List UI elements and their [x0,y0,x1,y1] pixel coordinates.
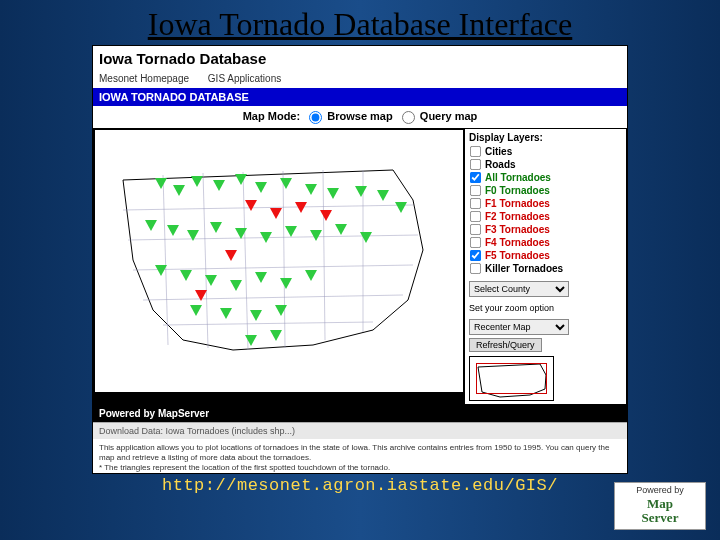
footer-url: http://mesonet.agron.iastate.edu/GIS/ [0,476,720,495]
tornado-marker-icon [260,232,272,243]
svg-line-8 [283,171,285,348]
svg-line-7 [243,172,248,350]
tornado-marker-icon [213,180,225,191]
app-frame: Iowa Tornado Database Mesonet Homepage G… [92,45,628,474]
tornado-marker-icon [180,270,192,281]
layer-cities-check[interactable] [470,146,481,157]
layer-killer-label: Killer Tornadoes [485,262,563,275]
tornado-marker-f5-icon [195,290,207,301]
main-row: Display Layers: Cities Roads All Tornado… [93,128,627,405]
tornado-marker-icon [377,190,389,201]
tornado-marker-icon [220,308,232,319]
tornado-marker-icon [270,330,282,341]
app-title: Iowa Tornado Database [93,46,627,71]
layer-f0-check[interactable] [470,185,481,196]
mslogo-top: Powered by [615,485,705,495]
slide-title: Iowa Tornado Database Interface [0,0,720,45]
svg-line-2 [133,265,413,270]
refresh-button[interactable]: Refresh/Query [469,338,542,352]
tornado-marker-icon [173,185,185,196]
overview-map[interactable] [469,356,554,401]
mode-browse-label: Browse map [327,110,392,122]
layer-all-label: All Tornadoes [485,171,551,184]
map-mode-row: Map Mode: Browse map Query map [93,106,627,128]
powered-label: Powered by MapServer [99,408,209,419]
layer-f5-check[interactable] [470,250,481,261]
zoom-label: Set your zoom option [469,303,622,313]
map-canvas[interactable] [94,129,464,393]
mode-query-radio[interactable] [402,111,415,124]
tornado-marker-icon [205,275,217,286]
svg-line-4 [163,322,373,325]
layer-f4-check[interactable] [470,237,481,248]
mslogo-l2: Server [615,510,705,526]
layer-f5-label: F5 Tornadoes [485,249,550,262]
tornado-marker-icon [335,224,347,235]
zoom-select[interactable]: Recenter Map [469,319,569,335]
county-select[interactable]: Select County [469,281,569,297]
tornado-marker-icon [275,305,287,316]
tornado-marker-icon [255,182,267,193]
svg-line-3 [143,295,403,300]
tornado-marker-icon [245,335,257,346]
tornado-marker-icon [285,226,297,237]
tornado-marker-icon [280,278,292,289]
layer-f4-label: F4 Tornadoes [485,236,550,249]
download-row[interactable]: Download Data: Iowa Tornadoes (includes … [93,422,627,439]
svg-line-0 [123,205,413,210]
layer-f1-label: F1 Tornadoes [485,197,550,210]
tornado-marker-icon [187,230,199,241]
tornado-marker-f5-icon [245,200,257,211]
mapserver-logo: Powered by Map Server [614,482,706,530]
tornado-marker-icon [305,184,317,195]
tornado-marker-icon [155,178,167,189]
nav-home[interactable]: Mesonet Homepage [99,73,189,84]
layers-panel: Display Layers: Cities Roads All Tornado… [464,129,626,404]
tornado-marker-icon [395,202,407,213]
nav-links: Mesonet Homepage GIS Applications [93,71,627,88]
tornado-marker-icon [230,280,242,291]
svg-line-5 [163,175,168,345]
tornado-marker-icon [255,272,267,283]
tornado-marker-f5-icon [225,250,237,261]
mslogo-l1: Map [615,497,705,510]
tornado-marker-icon [305,270,317,281]
tornado-marker-icon [191,176,203,187]
layer-f1-check[interactable] [470,198,481,209]
description: This application allows you to plot loca… [93,439,627,473]
nav-gis[interactable]: GIS Applications [208,73,281,84]
tornado-marker-icon [280,178,292,189]
svg-line-9 [323,170,325,340]
layer-f3-check[interactable] [470,224,481,235]
tornado-marker-icon [310,230,322,241]
layer-killer-check[interactable] [470,263,481,274]
layer-f0-label: F0 Tornadoes [485,184,550,197]
tornado-marker-icon [360,232,372,243]
tornado-marker-icon [235,228,247,239]
layer-cities-label: Cities [485,145,512,158]
svg-line-6 [203,173,208,348]
layer-f2-check[interactable] [470,211,481,222]
tornado-marker-icon [235,174,247,185]
tornado-marker-f5-icon [270,208,282,219]
tornado-marker-icon [190,305,202,316]
powered-row: Powered by MapServer [93,405,627,422]
layer-roads-check[interactable] [470,159,481,170]
tornado-marker-icon [155,265,167,276]
tornado-marker-icon [167,225,179,236]
mode-browse-radio[interactable] [309,111,322,124]
section-header: IOWA TORNADO DATABASE [93,88,627,106]
tornado-marker-f5-icon [295,202,307,213]
map-mode-label: Map Mode: [243,110,300,122]
layers-header: Display Layers: [469,132,622,143]
tornado-marker-icon [355,186,367,197]
tornado-marker-icon [145,220,157,231]
tornado-marker-icon [327,188,339,199]
layer-f3-label: F3 Tornadoes [485,223,550,236]
overview-extent-icon [476,363,547,394]
tornado-marker-f5-icon [320,210,332,221]
desc-line1: This application allows you to plot loca… [99,443,621,463]
layer-f2-label: F2 Tornadoes [485,210,550,223]
layer-all-check[interactable] [470,172,481,183]
desc-line2: * The triangles represent the location o… [99,463,621,473]
